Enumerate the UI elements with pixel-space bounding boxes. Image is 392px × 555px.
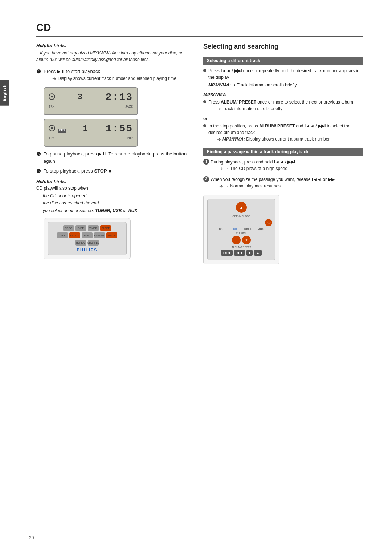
mp3wma-item2-row: Press ALBUM/ PRESET once or more to sele… — [203, 99, 363, 114]
remote-control-left: PROG DISP TIMER SLEEP DRB CLOCK DISC ROS… — [44, 218, 131, 259]
remote-btn-sleep: SLEEP — [100, 225, 111, 231]
arrow-icon-3: ➜ — [217, 136, 221, 143]
src-aux: AUX — [256, 228, 266, 230]
section2-item2-row: 2 When you recognize the passage you wan… — [203, 176, 363, 191]
remote-top-row: PROG DISP TIMER SLEEP — [51, 225, 123, 231]
lcd-row-1: 3 2:13 — [49, 92, 133, 103]
step-6-text: To stop playback, press STOP ■ — [44, 168, 111, 174]
lcd-track-1: 3 — [78, 93, 83, 102]
lcd-genre-1: JAZZ — [125, 105, 133, 109]
step-5-text: To pause playback, press ▶ II. To resume… — [44, 151, 187, 164]
lcd-labels-2: TRK POP — [49, 137, 133, 140]
open-close-label: OPEN / CLOSE — [211, 215, 272, 218]
numbered-circle-1: 1 — [203, 159, 209, 165]
arrow-icon-2: ➜ — [217, 105, 221, 113]
lcd-trk-label-2: TRK — [49, 137, 54, 140]
remote-row-3: REPEAT SHUFFLE — [51, 240, 123, 246]
step-5-number: ❺ — [36, 150, 44, 158]
remote-row-2: DRB CLOCK DISC ROS/NEWS MUTE — [51, 232, 123, 238]
section2-item1: During playback, press and hold I◄◄ / ▶▶… — [211, 159, 295, 174]
nav-row: I◄◄ ◄◄ ♥ ▲ — [211, 250, 272, 256]
page-container: English CD Helpful hints: – If you have … — [0, 0, 392, 555]
page-title: CD — [36, 22, 363, 37]
vol-minus-btn: − — [232, 236, 241, 244]
source-row: USB CD TUNER AUX — [211, 228, 272, 230]
lcd-labels-1: TRK JAZZ — [49, 105, 133, 109]
section1-item1-row: Press I◄◄ / ▶▶I once or repeatedly until… — [203, 68, 363, 88]
lcd-genre-2: POP — [127, 137, 133, 140]
src-cd: CD — [229, 228, 240, 230]
lcd-row-2: MP3 1 1:55 — [49, 123, 133, 134]
mp3wma-item3-row: In the stop position, press ALBUM/ PRESE… — [203, 123, 363, 145]
or-text: or — [203, 116, 363, 121]
mp3wma-item3: In the stop position, press ALBUM/ PRESE… — [208, 123, 363, 145]
remote-btn-drb: DRB — [57, 232, 68, 238]
section2-header: Finding a passage within a track during … — [203, 148, 363, 156]
step-5: ❺ To pause playback, press ▶ II. To resu… — [36, 150, 189, 165]
arrow-icon: ➜ — [52, 75, 56, 82]
bullet-3 — [203, 124, 206, 127]
remote-btn-display: DISP — [75, 225, 86, 231]
remote-control-right: ▲ OPEN / CLOSE ⏻ USB CD TUNER — [203, 195, 279, 264]
mp3wma-section: MP3/WMA: Press ALBUM/ PRESET once or mor… — [203, 92, 363, 144]
lcd-display-1: 3 2:13 TRK JAZZ — [44, 87, 138, 115]
helpful-hints-1-title: Helpful hints: — [36, 43, 189, 48]
step-4: ❹ Press ▶ II to start playback ➜ Display… — [36, 68, 189, 84]
album-preset-label: ALBUM/PRESET — [211, 246, 272, 248]
remote-btn-timer: TIMER — [88, 225, 99, 231]
lcd-display-2: MP3 1 1:55 TRK POP — [44, 119, 138, 147]
next-album-btn: ▲ — [254, 250, 262, 256]
mp3wma-title: MP3/WMA: — [203, 92, 363, 97]
remote-btn-program: PROG — [63, 225, 74, 231]
step-4-arrow-1: ➜ Display shows current track number and… — [52, 75, 189, 82]
power-btn: ⏻ — [265, 219, 272, 226]
remote-box-left: PROG DISP TIMER SLEEP DRB CLOCK DISC ROS… — [44, 218, 131, 259]
remote-btn-clock: CLOCK — [69, 232, 80, 238]
section2-item2-sub: ➜ → Normal playback resumes — [219, 183, 336, 190]
helpful-hints-2-items: – the CD door is opened – the disc has r… — [39, 192, 189, 214]
two-column-layout: Helpful hints: – If you have not organiz… — [36, 43, 363, 268]
left-column: Helpful hints: – If you have not organiz… — [36, 43, 189, 268]
helpful-hints-2: Helpful hints: CD playwill also stop whe… — [36, 179, 189, 214]
numbered-circle-2: 2 — [203, 176, 209, 182]
lcd-cd-icon-2: MP3 — [49, 125, 66, 133]
section1-item1: Press I◄◄ / ▶▶I once or repeatedly until… — [208, 68, 363, 88]
philips-logo: PHILIPS — [51, 248, 123, 252]
src-tuner: TUNER — [242, 228, 253, 230]
hint-item-1: – the CD door is opened — [39, 192, 189, 199]
volume-label: VOLUME — [211, 232, 272, 234]
selecting-searching-title: Selecting and searching — [203, 43, 363, 53]
vol-plus-btn: + — [242, 236, 251, 244]
prev-btn: I◄◄ — [221, 250, 233, 256]
remote-btn-mute: MUTE — [106, 232, 117, 238]
step-4-text: Press ▶ II to start playback — [44, 69, 100, 74]
lcd-mp3-label: MP3 — [58, 129, 66, 133]
power-area: ⏻ — [211, 219, 272, 226]
helpful-hints-2-intro: CD playwill also stop when — [36, 186, 189, 191]
arrow-icon-4: ➜ — [219, 165, 223, 173]
remote-btn-disc: DISC — [82, 232, 93, 238]
lcd-cd-icon-1 — [49, 93, 55, 101]
section1-header: Selecting a different track — [203, 57, 363, 65]
lcd-time-2: 1:55 — [106, 123, 133, 134]
hint-item-2: – the disc has reached the end — [39, 199, 189, 207]
step-6: ❻ To stop playback, press STOP ■ — [36, 167, 189, 175]
mp3wma-item3-sub: ➜ MP3/WMA: Display shows current album/ … — [217, 136, 363, 143]
volume-area: − + — [211, 236, 272, 244]
step-6-content: To stop playback, press STOP ■ — [44, 167, 189, 175]
hint-item-3: – you select another source: TUNER, USB … — [39, 207, 189, 214]
prev-album-btn: ◄◄ — [234, 250, 245, 256]
section2-item2: When you recognize the passage you want,… — [211, 176, 336, 191]
heart-btn: ♥ — [246, 250, 253, 256]
lcd-trk-label-1: TRK — [49, 105, 54, 109]
mp3wma-item2: Press ALBUM/ PRESET once or more to sele… — [208, 99, 353, 114]
remote-btn-ros: ROS/NEWS — [94, 232, 105, 238]
helpful-hints-1-text: – If you have not organized MP3/WMA file… — [36, 50, 189, 63]
step-6-number: ❻ — [36, 167, 44, 175]
arrow-icon-5: ➜ — [219, 183, 223, 190]
page-number: 20 — [29, 535, 34, 540]
step-4-sub1: Display shows current track number and e… — [58, 75, 176, 82]
lcd-track-2: 1 — [83, 124, 89, 133]
mp3wma-item2-sub: ➜ Track information scrolls briefly — [217, 105, 353, 113]
english-tab: English — [0, 80, 9, 106]
